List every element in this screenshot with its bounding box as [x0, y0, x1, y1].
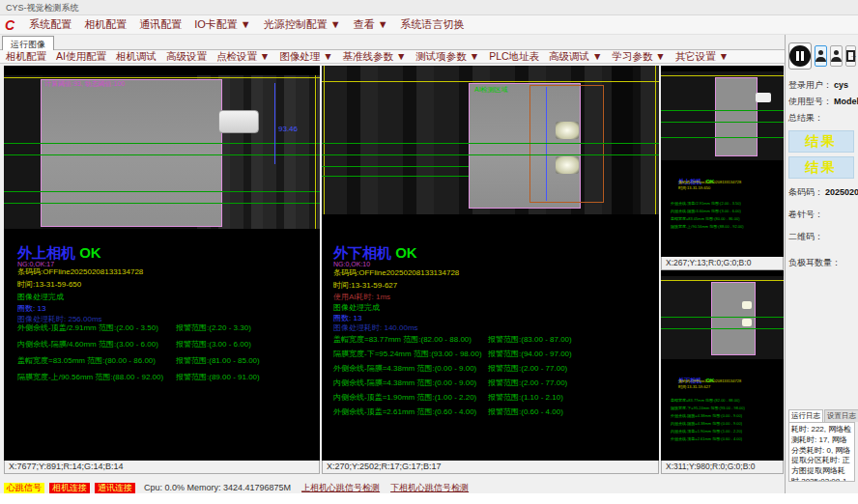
thumbnail-row: 盖帽宽度=83.77mm 范围:(82.00 - 88.00) — [671, 398, 779, 404]
ai-region-label: AI检测区域 — [474, 86, 508, 94]
measurement-row: 外侧余线-隔膜=4.38mm 范围:(0.00 - 9.00) 报警范围:(2.… — [322, 363, 659, 378]
camera-connection-badge: 相机连接 — [49, 483, 90, 493]
camera-name: 外下相机 — [333, 244, 391, 261]
camera-image-lower: AI检测区域 — [322, 66, 659, 214]
camera-title: 外上相机 OK — [17, 245, 101, 262]
thumbnail-canvas-lower[interactable]: 外下相机 OK 条码码:OFFline20250208133134728 时间:… — [661, 270, 784, 461]
tool-camera-debug[interactable]: 相机调试 — [116, 50, 157, 64]
menu-language-switch[interactable]: 系统语言切换 — [401, 17, 465, 32]
measurement-row: 外侧余线-顶盖=2.61mm 范围:(0.60 - 4.00) 报警范围:(0.… — [322, 406, 659, 421]
result-box-upper: 结果 — [788, 130, 854, 153]
alarm-range: 报警范围:(94.00 - 97.00) — [488, 349, 572, 359]
exit-button[interactable] — [845, 45, 856, 67]
overlay-line — [322, 176, 469, 177]
user-button[interactable] — [815, 45, 827, 67]
ng-ok-counter: NG:0,OK:10 — [333, 261, 370, 268]
time-text: 时间:13-31-59-627 — [333, 282, 397, 291]
measurement-row: 隔膜宽度-下=95.24mm 范围:(93.00 - 98.00) 报警范围:(… — [322, 349, 659, 363]
overlay-line — [4, 203, 320, 204]
tool-image-processing[interactable]: 图像处理 ▼ — [279, 50, 332, 64]
user-icon — [815, 50, 826, 62]
menu-camera-config[interactable]: 相机配置 — [84, 17, 127, 32]
tool-test-params[interactable]: 测试项参数 ▼ — [415, 50, 479, 64]
log-tab-settings[interactable]: 设置日志 — [824, 409, 858, 422]
side-panel: 登录用户：cys 使用型号：Model1 总结果： 结果 结果 条码码：2025… — [785, 35, 858, 493]
thumbnail-row: 盖帽宽度=83.05mm 范围:(80.00 - 86.00) — [671, 216, 779, 222]
overlay-line — [661, 280, 784, 281]
app-window: CYS-视觉检测系统 C 系统配置 相机配置 通讯配置 IO卡配置 ▼ 光源控制… — [0, 0, 858, 504]
log-tab-run[interactable]: 运行日志 — [788, 409, 823, 422]
overlay-line — [661, 137, 784, 138]
tab-run-image[interactable]: 运行图像 — [2, 36, 54, 50]
result-box-lower: 结果 — [788, 156, 854, 179]
alarm-range: 报警范围:(2.20 - 3.30) — [176, 322, 251, 333]
tool-plc-address[interactable]: PLC地址表 — [489, 50, 539, 64]
upper-camera-heartbeat-link[interactable]: 上相机心跳信号检测 — [301, 482, 380, 494]
login-user-label: 登录用户： — [788, 80, 832, 90]
camera-image-upper: 计算阈值:93, 动态阈值:100 93.46 — [4, 75, 320, 229]
tool-spot-check[interactable]: 点检设置 ▼ — [216, 50, 270, 64]
tool-advanced-debug[interactable]: 高级调试 ▼ — [549, 50, 602, 64]
overlay-line — [324, 66, 325, 214]
thumbnail-time: 时间:13-31-59-650 — [678, 185, 775, 191]
thumbnail-row: 内侧余线-隔膜/4.60mm 范围:(3.00 - 6.00) — [671, 209, 779, 214]
tool-ai-config[interactable]: AI使用配置 — [56, 50, 106, 64]
weld-highlight — [556, 156, 579, 174]
overlay-line — [322, 81, 659, 82]
ai-time-text: 使用AI耗时: 1ms — [333, 294, 390, 302]
cpu-memory-readout: Cpu: 0.0% Memory: 3424.41796875M — [144, 483, 291, 492]
overlay-line — [315, 75, 316, 229]
threshold-label: 计算阈值:93, 动态阈值:100 — [44, 80, 125, 88]
alarm-range: 报警范围:(81.00 - 85.00) — [176, 355, 260, 366]
connector-tab — [756, 93, 771, 102]
thumbnail-canvas-upper[interactable]: 外上相机 OK 条码码:OFFline20250208133134728 时间:… — [661, 66, 784, 257]
pin-number-label: 卷针号： — [788, 209, 855, 221]
qr-code-label: 二维码： — [788, 231, 855, 243]
log-area: 运行日志 设置日志 报警日志 耗时: 222, 网络检测耗时: 17, 网络分类… — [788, 409, 855, 482]
camera-canvas-lower[interactable]: AI检测区域 外下相机 OK NG:0,OK:10 条码码:OFFline202… — [322, 66, 659, 461]
window-title: CYS-视觉检测系统 — [0, 0, 858, 15]
measurement-row: 隔膜宽度-上/90.56mm 范围:(88.00 - 92.00) 报警范围:(… — [4, 372, 320, 388]
measurement-value: 内侧余线-隔膜=4.38mm 范围:(0.00 - 9.00) — [333, 378, 476, 388]
tool-other-settings[interactable]: 其它设置 ▼ — [675, 50, 729, 64]
camera-view-lower: AI检测区域 外下相机 OK NG:0,OK:10 条码码:OFFline202… — [322, 66, 659, 474]
measurement-value: 盖帽宽度=83.05mm 范围:(80.00 - 86.00) — [17, 355, 156, 366]
measurement-value: 外侧余线-顶盖/2.91mm 范围:(2.00 - 3.50) — [17, 322, 158, 333]
thumbnail-row: 外侧余线-顶盖=2.61mm 范围:(0.60 - 4.00) — [671, 436, 779, 442]
blue-measure-value: 93.46 — [278, 126, 298, 134]
thumbnail-row: 内侧余线-隔膜=4.38mm 范围:(0.00 - 9.00) — [671, 421, 779, 427]
measurement-value: 隔膜宽度-下=95.24mm 范围:(93.00 - 98.00) — [333, 349, 482, 359]
processing-time: 图像处理耗时: 140.00ms — [333, 324, 418, 333]
main-area: 计算阈值:93, 动态阈值:100 93.46 外上相机 OK NG:0,OK:… — [0, 66, 785, 474]
turns-count: 圈数: 13 — [333, 315, 361, 323]
menu-view[interactable]: 查看 ▼ — [354, 17, 388, 32]
connector-tab — [218, 110, 259, 133]
tool-camera-config[interactable]: 相机配置 — [6, 50, 46, 64]
lower-camera-heartbeat-link[interactable]: 下相机心跳信号检测 — [390, 482, 469, 494]
overlay-line — [655, 66, 656, 214]
measurement-value: 外侧余线-顶盖=2.61mm 范围:(0.60 - 4.00) — [333, 406, 476, 417]
menu-system-config[interactable]: 系统配置 — [29, 17, 72, 32]
menu-io-config[interactable]: IO卡配置 ▼ — [194, 17, 251, 32]
measurement-row: 外侧余线-顶盖/2.91mm 范围:(2.00 - 3.50) 报警范围:(2.… — [4, 322, 320, 339]
menu-bar: C 系统配置 相机配置 通讯配置 IO卡配置 ▼ 光源控制配置 ▼ 查看 ▼ 系… — [0, 15, 858, 35]
status-bar: 心跳信号 相机连接 通讯连接 Cpu: 0.0% Memory: 3424.41… — [0, 482, 785, 493]
alarm-range: 报警范围:(2.00 - 77.00) — [488, 363, 567, 374]
operator-button[interactable] — [830, 45, 843, 67]
toolbar: 相机配置 AI使用配置 相机调试 高级设置 点检设置 ▼ 图像处理 ▼ 基准线参… — [0, 50, 858, 64]
camera-canvas-upper[interactable]: 计算阈值:93, 动态阈值:100 93.46 外上相机 OK NG:0,OK:… — [4, 66, 320, 461]
pause-icon — [789, 45, 811, 67]
menu-light-config[interactable]: 光源控制配置 ▼ — [264, 17, 341, 32]
pause-button[interactable] — [788, 42, 812, 70]
camera-title: 外下相机 OK — [333, 245, 417, 262]
processing-done-text: 图像处理完成 — [333, 304, 380, 313]
measurement-value: 内侧余线-顶盖=1.90mm 范围:(1.00 - 2.20) — [333, 392, 476, 403]
tool-advanced-settings[interactable]: 高级设置 — [166, 50, 207, 64]
thumbnail-image — [661, 276, 784, 359]
tool-baseline-params[interactable]: 基准线参数 ▼ — [343, 50, 407, 64]
alarm-range: 报警范围:(3.00 - 6.00) — [176, 339, 251, 350]
barcode-value: 20250208 — [825, 187, 858, 197]
tool-learning-params[interactable]: 学习参数 ▼ — [612, 50, 665, 64]
turns-count: 圈数: 13 — [17, 305, 45, 314]
menu-comm-config[interactable]: 通讯配置 — [139, 17, 182, 32]
